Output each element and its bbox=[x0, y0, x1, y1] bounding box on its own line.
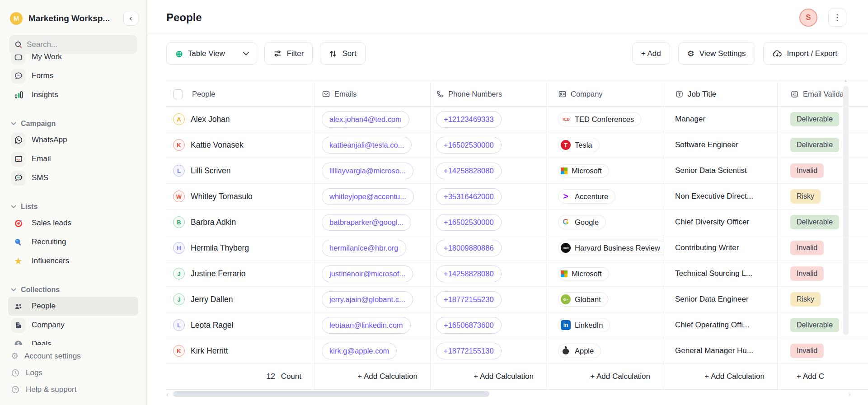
sidebar-item-sms[interactable]: SMS bbox=[8, 168, 138, 187]
table-row[interactable]: LLeota Ragel leotaan@linkedin.com +16506… bbox=[166, 312, 868, 338]
company-chip[interactable]: Apple bbox=[558, 344, 601, 358]
column-header-people[interactable]: People bbox=[192, 90, 215, 98]
scroll-up-arrow[interactable]: ▲ bbox=[844, 79, 848, 83]
sidebar-item-logs[interactable]: Logs bbox=[11, 364, 136, 381]
job-title[interactable]: Contributing Writer bbox=[663, 235, 778, 261]
email-pill[interactable]: kirk.g@apple.com bbox=[322, 343, 397, 359]
company-chip[interactable]: LinkedIn bbox=[558, 318, 610, 332]
phone-pill[interactable]: +12123469333 bbox=[436, 111, 502, 128]
more-options-button[interactable]: ⋮ bbox=[828, 9, 846, 27]
sidebar-item-deals[interactable]: $ Deals bbox=[8, 335, 138, 345]
scroll-left-arrow[interactable]: ‹ bbox=[166, 391, 169, 397]
sidebar-collapse-button[interactable]: ‹ bbox=[123, 11, 138, 26]
company-chip[interactable]: Tesla bbox=[558, 138, 600, 152]
job-title[interactable]: Technical Sourcing L... bbox=[663, 261, 778, 286]
phone-pill[interactable]: +14258828080 bbox=[436, 265, 502, 282]
company-chip[interactable]: Microsoft bbox=[558, 267, 609, 280]
sidebar-item-influencers[interactable]: ★ Influencers bbox=[8, 251, 138, 270]
horizontal-scroll-thumb[interactable] bbox=[173, 391, 489, 397]
email-pill[interactable]: lilliayvargia@microso... bbox=[322, 163, 413, 179]
view-settings-button[interactable]: ⚙ View Settings bbox=[678, 42, 755, 65]
company-chip[interactable]: Google bbox=[558, 215, 606, 229]
table-row[interactable]: WWhitley Tomasulo whitleyjope@accentu...… bbox=[166, 184, 868, 209]
sidebar-item-help[interactable]: ? Help & support bbox=[11, 381, 136, 398]
email-pill[interactable]: justinenoir@microsof... bbox=[322, 265, 413, 282]
sidebar-item-sales-leads[interactable]: Sales leads bbox=[8, 214, 138, 233]
person-name[interactable]: Kattie Vonasek bbox=[191, 140, 244, 150]
column-header-emails[interactable]: Emails bbox=[334, 90, 357, 98]
person-name[interactable]: Justine Ferrario bbox=[191, 269, 246, 279]
section-lists[interactable]: Lists bbox=[8, 200, 138, 214]
add-calculation-button[interactable]: + Add Calculation bbox=[590, 372, 650, 381]
sidebar-item-account-settings[interactable]: ⚙ Account settings bbox=[11, 348, 136, 364]
job-title[interactable]: Manager bbox=[663, 107, 778, 132]
column-header-company[interactable]: Company bbox=[571, 90, 603, 98]
email-pill[interactable]: kattieanjali@tesla.co... bbox=[322, 137, 412, 154]
sort-button[interactable]: Sort bbox=[320, 42, 365, 65]
email-pill[interactable]: jerry.ajain@globant.c... bbox=[322, 291, 413, 308]
add-calculation-button[interactable]: + Add C bbox=[797, 372, 824, 381]
phone-pill[interactable]: +18772155230 bbox=[436, 291, 502, 308]
job-title[interactable]: Senior Data Engineer bbox=[663, 287, 778, 312]
company-chip[interactable]: Accenture bbox=[558, 189, 615, 204]
sidebar-item-whatsapp[interactable]: WhatsApp bbox=[8, 130, 138, 149]
sidebar-item-my-work[interactable]: My Work bbox=[8, 54, 138, 66]
add-button[interactable]: + Add bbox=[632, 42, 670, 65]
company-chip[interactable]: Harvard Business Review bbox=[558, 241, 663, 255]
table-row[interactable]: JJustine Ferrario justinenoir@microsof..… bbox=[166, 261, 868, 287]
filter-button[interactable]: Filter bbox=[264, 42, 313, 65]
phone-pill[interactable]: +18009880886 bbox=[436, 240, 502, 256]
view-selector-button[interactable]: ⊕ Table View bbox=[166, 42, 257, 65]
add-calculation-button[interactable]: + Add Calculation bbox=[474, 372, 534, 381]
table-row[interactable]: KKattie Vonasek kattieanjali@tesla.co...… bbox=[166, 132, 868, 158]
vertical-scrollbar[interactable] bbox=[843, 86, 849, 335]
company-chip[interactable]: TED Conferences bbox=[558, 112, 641, 126]
person-name[interactable]: Hermila Thyberg bbox=[191, 243, 249, 253]
sidebar-item-email[interactable]: Email bbox=[8, 149, 138, 168]
phone-pill[interactable]: +16502530000 bbox=[436, 137, 502, 154]
job-title[interactable]: Senior Data Scientist bbox=[663, 158, 778, 183]
add-calculation-button[interactable]: + Add Calculation bbox=[357, 372, 418, 381]
job-title[interactable]: Chief Diversity Officer bbox=[663, 209, 778, 235]
table-row[interactable]: LLilli Scriven lilliayvargia@microso... … bbox=[166, 158, 868, 184]
person-name[interactable]: Alex Johan bbox=[191, 115, 230, 124]
table-row[interactable]: BBarbra Adkin batbraparker@googl... +165… bbox=[166, 209, 868, 235]
email-pill[interactable]: leotaan@linkedin.com bbox=[322, 317, 411, 334]
column-header-job-title[interactable]: Job Title bbox=[688, 90, 716, 99]
table-row[interactable]: HHermila Thyberg hermilanice@hbr.org +18… bbox=[166, 235, 868, 261]
phone-pill[interactable]: +16502530000 bbox=[436, 214, 502, 231]
person-name[interactable]: Leota Ragel bbox=[191, 321, 233, 330]
person-name[interactable]: Kirk Herritt bbox=[191, 346, 228, 356]
phone-pill[interactable]: +14258828080 bbox=[436, 163, 502, 179]
phone-pill[interactable]: +18772155130 bbox=[436, 343, 502, 359]
add-calculation-button[interactable]: + Add Calculation bbox=[704, 372, 765, 381]
table-row[interactable]: AAlex Johan alex.johan4@ted.com +1212346… bbox=[166, 107, 868, 132]
table-row[interactable]: JJerry Dallen jerry.ajain@globant.c... +… bbox=[166, 287, 868, 312]
import-export-button[interactable]: Import / Export bbox=[763, 42, 846, 65]
search-input[interactable] bbox=[27, 40, 132, 49]
phone-pill[interactable]: +16506873600 bbox=[436, 317, 502, 334]
email-pill[interactable]: batbraparker@googl... bbox=[322, 214, 411, 231]
job-title[interactable]: General Manager Hu... bbox=[663, 338, 778, 363]
workspace-logo[interactable]: M bbox=[10, 12, 23, 25]
horizontal-scroll-track[interactable] bbox=[171, 391, 846, 397]
phone-pill[interactable]: +35316462000 bbox=[436, 188, 502, 205]
person-name[interactable]: Whitley Tomasulo bbox=[191, 192, 253, 201]
person-name[interactable]: Barbra Adkin bbox=[191, 218, 236, 227]
email-pill[interactable]: alex.johan4@ted.com bbox=[322, 111, 409, 128]
column-header-email-validation[interactable]: Email Validation bbox=[803, 90, 843, 98]
person-name[interactable]: Jerry Dallen bbox=[191, 295, 233, 304]
email-pill[interactable]: whitleyjope@accentu... bbox=[322, 188, 414, 205]
workspace-name[interactable]: Marketing Worksp... bbox=[28, 14, 123, 23]
job-title[interactable]: Software Engineer bbox=[663, 132, 778, 158]
select-all-checkbox[interactable] bbox=[173, 89, 183, 99]
section-campaign[interactable]: Campaign bbox=[8, 117, 138, 130]
sidebar-item-insights[interactable]: Insights bbox=[8, 85, 138, 104]
scroll-right-arrow[interactable]: › bbox=[849, 391, 851, 397]
job-title[interactable]: Non Executive Direct... bbox=[663, 184, 778, 209]
sidebar-item-people[interactable]: People bbox=[8, 297, 138, 316]
sidebar-item-recruiting[interactable]: Recruiting bbox=[8, 233, 138, 251]
search-box[interactable] bbox=[9, 35, 137, 54]
user-avatar[interactable]: S bbox=[799, 9, 817, 27]
sidebar-item-forms[interactable]: Forms bbox=[8, 66, 138, 85]
